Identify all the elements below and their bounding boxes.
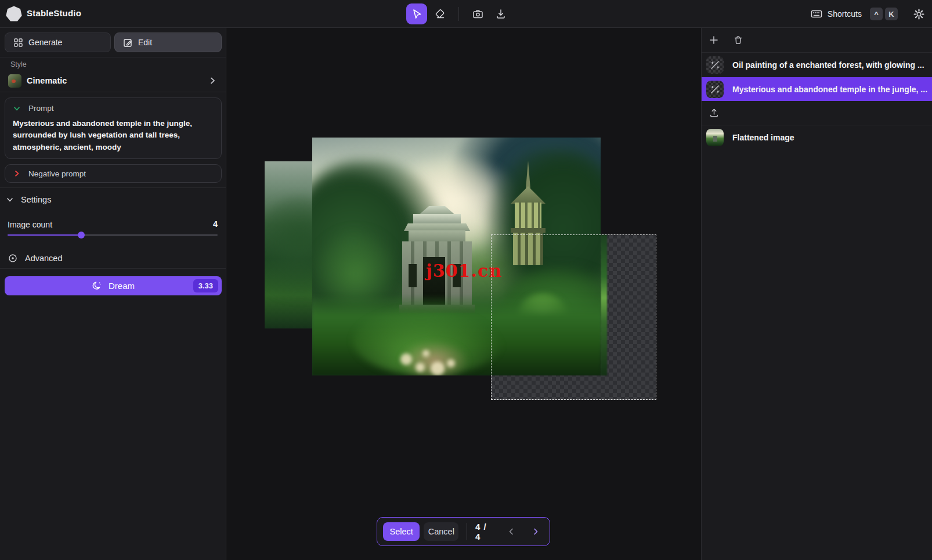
left-panel: Generate Edit Style Cinematic Prompt bbox=[0, 28, 226, 560]
divider bbox=[0, 92, 226, 92]
cursor-icon bbox=[411, 8, 422, 20]
layer-thumbnail bbox=[706, 56, 724, 74]
dream-button[interactable]: Dream 3.33 bbox=[5, 276, 222, 295]
download-tool-button[interactable] bbox=[490, 3, 511, 24]
tab-generate-label: Generate bbox=[28, 38, 62, 47]
layer-thumbnail bbox=[706, 129, 724, 146]
tab-generate[interactable]: Generate bbox=[5, 32, 111, 52]
style-section-label: Style bbox=[10, 60, 27, 68]
result-page-indicator: 4 / 4 bbox=[475, 522, 494, 541]
layer-row-flattened-image[interactable]: Flattened image bbox=[702, 125, 932, 149]
shortcut-key-mod: ^ bbox=[870, 8, 883, 20]
chevron-left-icon bbox=[507, 527, 516, 536]
bokeh-light bbox=[431, 362, 445, 375]
layers-panel-header bbox=[702, 28, 932, 53]
next-result-button[interactable] bbox=[528, 523, 544, 540]
prompt-text[interactable]: Mysterious and abandoned temple in the j… bbox=[13, 118, 214, 153]
magic-wand-icon bbox=[706, 56, 724, 74]
prompt-label: Prompt bbox=[28, 104, 54, 113]
advanced-section-toggle[interactable]: Advanced bbox=[8, 253, 63, 263]
settings-section-toggle[interactable]: Settings bbox=[6, 195, 51, 204]
shortcut-key-k: K bbox=[885, 8, 898, 20]
add-layer-button[interactable] bbox=[707, 33, 721, 47]
trash-icon bbox=[733, 35, 743, 45]
bokeh-light bbox=[447, 359, 455, 367]
select-tool-button[interactable] bbox=[406, 3, 427, 24]
prompt-box[interactable]: Prompt Mysterious and abandoned temple i… bbox=[5, 97, 222, 159]
image-count-value: 4 bbox=[213, 219, 218, 229]
toolbar bbox=[406, 0, 511, 28]
chevron-right-icon[interactable] bbox=[13, 169, 21, 178]
select-button[interactable]: Select bbox=[383, 522, 420, 541]
upload-row bbox=[702, 100, 932, 125]
tab-edit[interactable]: Edit bbox=[114, 32, 222, 52]
selection-rectangle[interactable] bbox=[491, 234, 656, 400]
layer-label: Flattened image bbox=[732, 133, 794, 142]
style-value: Cinematic bbox=[27, 76, 208, 85]
download-icon bbox=[495, 8, 507, 20]
moon-icon bbox=[92, 280, 103, 291]
layer-row-oil-painting[interactable]: Oil painting of a enchanted forest, with… bbox=[702, 53, 932, 77]
bokeh-light bbox=[400, 353, 412, 365]
edit-pencil-icon bbox=[123, 38, 133, 48]
bokeh-light bbox=[422, 350, 429, 357]
eraser-tool-button[interactable] bbox=[429, 3, 450, 24]
magic-wand-icon bbox=[706, 81, 724, 98]
settings-button[interactable] bbox=[913, 8, 925, 20]
grid-icon bbox=[13, 38, 23, 48]
dream-cost-badge: 3.33 bbox=[193, 279, 218, 292]
settings-label: Settings bbox=[21, 195, 51, 204]
layer-thumbnail bbox=[706, 81, 724, 98]
layer-label: Oil painting of a enchanted forest, with… bbox=[732, 60, 924, 70]
tab-edit-label: Edit bbox=[138, 38, 152, 47]
editor-canvas[interactable]: j301.cn Select Cancel 4 / 4 bbox=[226, 28, 700, 560]
snapshot-tool-button[interactable] bbox=[467, 3, 488, 24]
cancel-button[interactable]: Cancel bbox=[424, 522, 458, 541]
top-bar: StableStudio bbox=[0, 0, 932, 28]
stablestudio-logo-icon bbox=[6, 6, 22, 22]
eye-icon bbox=[8, 253, 18, 263]
shortcuts-label[interactable]: Shortcuts bbox=[828, 9, 862, 19]
app-title: StableStudio bbox=[27, 8, 81, 18]
negative-prompt-box[interactable]: Negative prompt bbox=[5, 164, 222, 183]
eraser-icon bbox=[434, 8, 446, 20]
divider bbox=[467, 523, 467, 540]
chevron-down-icon[interactable] bbox=[13, 104, 21, 113]
dream-button-label: Dream bbox=[109, 281, 135, 291]
upload-image-button[interactable] bbox=[707, 106, 721, 120]
previous-result-button[interactable] bbox=[503, 523, 519, 540]
style-thumbnail bbox=[8, 74, 21, 88]
divider bbox=[0, 187, 226, 188]
gear-icon bbox=[913, 8, 925, 20]
chevron-down-icon bbox=[6, 196, 14, 204]
divider bbox=[0, 57, 226, 57]
slider-fill bbox=[8, 234, 81, 236]
upload-icon bbox=[709, 107, 720, 118]
chevron-right-icon bbox=[531, 527, 540, 536]
advanced-label: Advanced bbox=[25, 254, 63, 263]
style-selector[interactable]: Cinematic bbox=[5, 72, 222, 89]
layers-panel: Oil painting of a enchanted forest, with… bbox=[701, 28, 932, 560]
image-count-slider[interactable] bbox=[8, 233, 218, 237]
keyboard-icon bbox=[810, 8, 823, 20]
toolbar-divider bbox=[458, 7, 459, 21]
divider bbox=[0, 268, 226, 269]
delete-layer-button[interactable] bbox=[731, 33, 745, 47]
image-count-label: Image count bbox=[8, 220, 52, 229]
layer-label: Mysterious and abandoned temple in the j… bbox=[732, 85, 927, 94]
slider-thumb[interactable] bbox=[78, 232, 85, 239]
topbar-right: Shortcuts ^ K bbox=[810, 0, 925, 28]
bokeh-light bbox=[416, 363, 425, 372]
layer-row-mysterious-temple[interactable]: Mysterious and abandoned temple in the j… bbox=[702, 77, 932, 101]
stablestudio-app: StableStudio bbox=[0, 0, 932, 560]
plus-icon bbox=[709, 35, 719, 45]
chevron-right-icon bbox=[208, 76, 217, 85]
negative-prompt-label: Negative prompt bbox=[28, 169, 86, 178]
selection-action-bar: Select Cancel 4 / 4 bbox=[377, 517, 550, 546]
camera-icon bbox=[472, 8, 484, 20]
